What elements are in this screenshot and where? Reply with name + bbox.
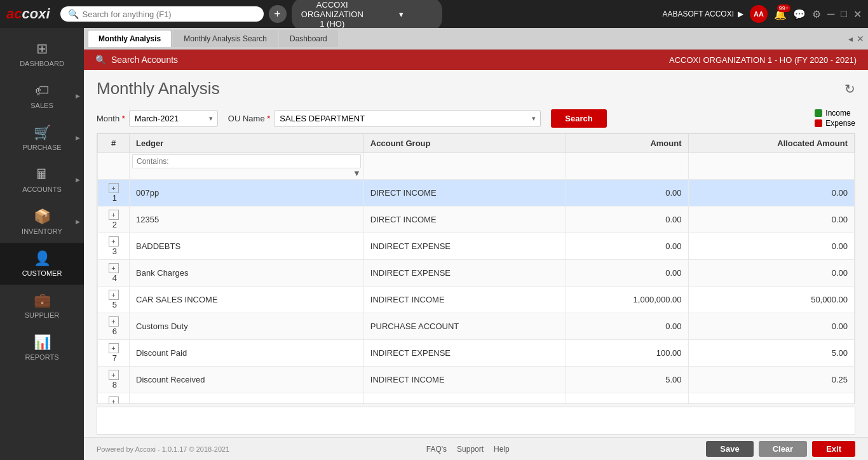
sidebar-item-dashboard[interactable]: ⊞ DASHBOARD xyxy=(0,33,84,75)
income-label: Income xyxy=(825,109,850,118)
exit-button[interactable]: Exit xyxy=(812,441,855,457)
table-row[interactable]: + 9 Jithu salary INDIRECT EXPENSE 0.00 0… xyxy=(98,393,855,405)
expand-button-4[interactable]: + xyxy=(109,290,119,300)
tab-close-button[interactable]: ✕ xyxy=(857,34,864,44)
expand-button-8[interactable]: + xyxy=(109,396,119,404)
support-link[interactable]: Support xyxy=(457,445,484,454)
faq-link[interactable]: FAQ's xyxy=(426,445,447,454)
sidebar-item-reports[interactable]: 📊 REPORTS xyxy=(0,327,84,369)
search-button[interactable]: Search xyxy=(551,109,606,128)
page-header-org: ACCOXI ORGANIZATION 1 - HO (FY 2020 - 20… xyxy=(669,55,857,65)
messages-icon[interactable]: 💬 xyxy=(793,8,806,20)
search-input[interactable] xyxy=(83,10,256,19)
cell-expand-0[interactable]: + 1 xyxy=(98,180,130,206)
sidebar-label-dashboard: DASHBOARD xyxy=(20,60,64,67)
cell-expand-6[interactable]: + 7 xyxy=(98,340,130,367)
cell-expand-2[interactable]: + 3 xyxy=(98,233,130,260)
sidebar-label-inventory: INVENTORY xyxy=(22,227,62,235)
table-row[interactable]: + 2 12355 DIRECT INCOME 0.00 0.00 xyxy=(98,206,855,233)
avatar[interactable]: AA xyxy=(750,5,768,23)
help-link[interactable]: Help xyxy=(494,445,510,454)
page-header-title: Search Accounts xyxy=(111,55,178,65)
cell-amount-8: 0.00 xyxy=(566,393,688,405)
cell-expand-5[interactable]: + 6 xyxy=(98,313,130,340)
org-selector[interactable]: ACCOXI ORGANIZATION 1 (HO) ▾ xyxy=(292,0,442,31)
cell-account-group-0: DIRECT INCOME xyxy=(363,180,566,206)
sidebar-item-sales[interactable]: 🏷 SALES ▶ xyxy=(0,75,84,117)
table-row[interactable]: + 6 Customs Duty PURCHASE ACCOUNT 0.00 0… xyxy=(98,313,855,340)
footer-buttons: Save Clear Exit xyxy=(706,441,855,457)
cell-ledger-0: 007pp xyxy=(130,180,364,206)
month-label: Month * xyxy=(97,114,125,123)
refresh-button[interactable]: ↻ xyxy=(844,81,855,97)
month-select[interactable]: March-2021 February-2021 January-2021 xyxy=(129,110,218,127)
page-header-left: 🔍 Search Accounts xyxy=(95,55,178,65)
expand-button-2[interactable]: + xyxy=(109,236,119,247)
table-header-row: # Ledger Account Group Amount Allocated … xyxy=(98,134,855,153)
search-box[interactable]: 🔍 xyxy=(60,6,264,22)
purchase-expand-arrow: ▶ xyxy=(76,135,80,141)
save-button[interactable]: Save xyxy=(706,441,753,457)
sidebar-label-sales: SALES xyxy=(31,102,53,109)
sidebar-item-inventory[interactable]: 📦 INVENTORY ▶ xyxy=(0,201,84,243)
purchase-icon: 🛒 xyxy=(34,125,51,141)
minimize-icon[interactable]: ─ xyxy=(827,8,834,20)
tab-back-button[interactable]: ◂ xyxy=(848,34,853,44)
ou-label: OU Name * xyxy=(228,114,270,123)
col-header-num: # xyxy=(98,134,130,153)
table-row[interactable]: + 4 Bank Charges INDIRECT EXPENSE 0.00 0… xyxy=(98,260,855,287)
cell-amount-4: 1,000,000.00 xyxy=(566,287,688,313)
expand-button-7[interactable]: + xyxy=(109,370,119,380)
cell-amount-3: 0.00 xyxy=(566,260,688,287)
sidebar-item-supplier[interactable]: 💼 SUPPLIER xyxy=(0,285,84,327)
expand-button-0[interactable]: + xyxy=(109,183,119,193)
tab-dashboard[interactable]: Dashboard xyxy=(279,30,338,47)
expand-button-1[interactable]: + xyxy=(109,210,119,220)
table-row[interactable]: + 3 BADDEBTS INDIRECT EXPENSE 0.00 0.00 xyxy=(98,233,855,260)
cell-ledger-5: Customs Duty xyxy=(130,313,364,340)
table-row[interactable]: + 8 Discount Received INDIRECT INCOME 5.… xyxy=(98,367,855,393)
dashboard-icon: ⊞ xyxy=(36,41,48,57)
bottom-input-field[interactable] xyxy=(101,410,851,429)
tab-monthly-analysis-search[interactable]: Monthly Analysis Search xyxy=(173,30,278,47)
data-table: # Ledger Account Group Amount Allocated … xyxy=(97,133,855,404)
cell-allocated-4: 50,000.00 xyxy=(688,287,855,313)
ledger-filter-icon[interactable]: ▼ xyxy=(353,168,361,178)
close-icon[interactable]: ✕ xyxy=(853,8,862,20)
sales-icon: 🏷 xyxy=(35,83,49,99)
maximize-icon[interactable]: □ xyxy=(841,8,847,20)
cell-expand-3[interactable]: + 4 xyxy=(98,260,130,287)
user-info: AABASOFT ACCOXI ▶ xyxy=(663,10,743,18)
income-dot xyxy=(815,109,822,117)
tabs-bar: Monthly Analysis Monthly Analysis Search… xyxy=(84,28,868,50)
add-button[interactable]: + xyxy=(269,5,287,23)
cell-ledger-6: Discount Paid xyxy=(130,340,364,367)
cell-expand-1[interactable]: + 2 xyxy=(98,206,130,233)
clear-button[interactable]: Clear xyxy=(759,441,808,457)
bottom-input-area[interactable] xyxy=(97,407,855,435)
expand-button-3[interactable]: + xyxy=(109,263,119,273)
expand-button-5[interactable]: + xyxy=(109,316,119,327)
table-row[interactable]: + 5 CAR SALES INCOME INDIRECT INCOME 1,0… xyxy=(98,287,855,313)
expand-button-6[interactable]: + xyxy=(109,343,119,353)
sidebar-item-purchase[interactable]: 🛒 PURCHASE ▶ xyxy=(0,117,84,159)
table-row[interactable]: + 7 Discount Paid INDIRECT EXPENSE 100.0… xyxy=(98,340,855,367)
cell-ledger-4: CAR SALES INCOME xyxy=(130,287,364,313)
cell-expand-4[interactable]: + 5 xyxy=(98,287,130,313)
cell-account-group-4: INDIRECT INCOME xyxy=(363,287,566,313)
cell-expand-7[interactable]: + 8 xyxy=(98,367,130,393)
search-accounts-icon: 🔍 xyxy=(95,55,106,65)
sidebar-item-accounts[interactable]: 🖩 ACCOUNTS ▶ xyxy=(0,159,84,201)
table-row[interactable]: + 1 007pp DIRECT INCOME 0.00 0.00 xyxy=(98,180,855,206)
notifications-icon[interactable]: 🔔 99+ xyxy=(774,8,787,20)
tab-monthly-analysis[interactable]: Monthly Analysis xyxy=(88,30,172,47)
sidebar-item-customer[interactable]: 👤 CUSTOMER xyxy=(0,243,84,285)
cell-expand-8[interactable]: + 9 xyxy=(98,393,130,405)
month-select-wrapper: March-2021 February-2021 January-2021 xyxy=(129,110,218,127)
ledger-filter-input[interactable] xyxy=(132,154,361,168)
ou-select[interactable]: SALES DEPARTMENT HEAD OFFICE BRANCH xyxy=(274,110,541,127)
legend-expense: Expense xyxy=(815,119,855,128)
filter-cell-ledger[interactable]: ▼ xyxy=(130,153,364,180)
filter-cell-allocated xyxy=(688,153,855,180)
settings-icon[interactable]: ⚙ xyxy=(812,8,821,20)
